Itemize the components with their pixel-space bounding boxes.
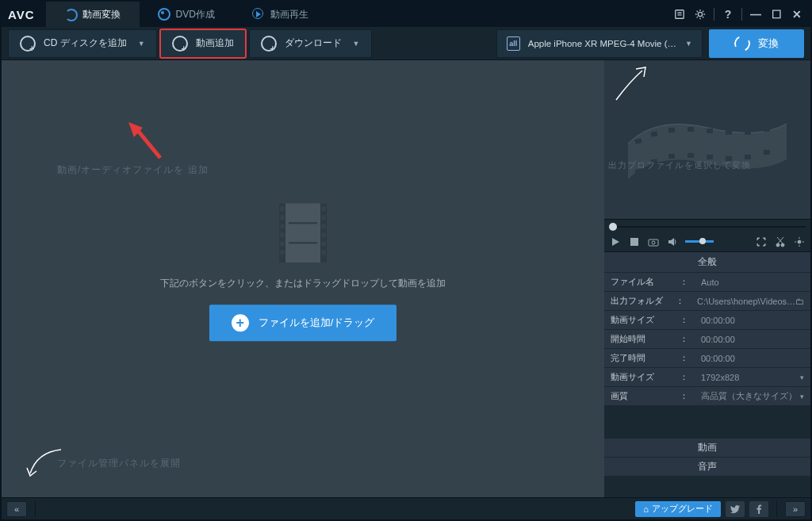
tab-label: 動画再生 <box>270 8 308 21</box>
button-label: CD ディスクを追加 <box>44 36 127 50</box>
svg-rect-9 <box>281 241 285 246</box>
prop-value[interactable]: C:\Users\honep\Videos…🗀 <box>689 297 810 306</box>
seek-slider[interactable] <box>604 219 810 232</box>
prop-value: 00:00:00 <box>693 316 810 325</box>
svg-rect-14 <box>322 232 326 237</box>
svg-rect-23 <box>707 128 713 133</box>
svg-rect-20 <box>651 131 658 136</box>
svg-rect-13 <box>322 224 326 228</box>
prop-value: 1792x828▾ <box>693 373 810 382</box>
svg-rect-18 <box>289 242 317 243</box>
collapse-left-button[interactable]: « <box>6 501 27 517</box>
hint-expand-panel: ファイル管理パネルを展開 <box>57 457 181 470</box>
volume-icon[interactable] <box>666 236 679 248</box>
svg-rect-29 <box>668 154 675 159</box>
minimize-icon[interactable]: — <box>749 7 763 21</box>
svg-rect-2 <box>284 203 322 262</box>
twitter-button[interactable] <box>726 501 745 517</box>
settings-small-icon[interactable] <box>793 236 806 248</box>
disc-plus-icon <box>20 36 36 52</box>
chevron-down-icon: ▼ <box>138 40 145 48</box>
output-profile-selector[interactable]: all Apple iPhone XR MPEG-4 Movie (*.m… ▼ <box>496 29 703 58</box>
profile-all-icon: all <box>507 36 520 51</box>
prop-label: 動画サイズ <box>604 314 680 326</box>
properties-panel: ファイル名： Auto 出力フォルダ： C:\Users\honep\Video… <box>604 273 810 406</box>
tab-label: DVD作成 <box>176 8 215 21</box>
maximize-icon[interactable]: ☐ <box>769 7 783 21</box>
svg-rect-26 <box>764 127 770 132</box>
hint-add-file: 動画/オーディオファイルを 追加 <box>57 163 209 177</box>
snapshot-button[interactable] <box>647 236 660 248</box>
section-tab-video[interactable]: 動画 <box>604 438 810 457</box>
add-video-button[interactable]: 動画追加 <box>160 29 246 58</box>
add-cd-disc-button[interactable]: CD ディスクを追加 ▼ <box>8 29 157 58</box>
main-area: 動画/オーディオファイルを 追加 下記のボタンをクリック、またはドラッグドロップ… <box>2 60 810 497</box>
chevron-down-icon: ▼ <box>685 40 692 48</box>
tab-dvd-create[interactable]: DVD作成 <box>140 2 234 27</box>
prop-quality-selector[interactable]: 画質： 高品質（大きなサイズ）▾ <box>604 387 810 406</box>
profile-label: Apple iPhone XR MPEG-4 Movie (*.m… <box>528 39 677 48</box>
svg-rect-22 <box>688 127 694 132</box>
svg-rect-25 <box>745 130 751 135</box>
download-button[interactable]: ダウンロード ▼ <box>249 29 372 58</box>
svg-rect-15 <box>322 241 326 246</box>
file-list-pane: 動画/オーディオファイルを 追加 下記のボタンをクリック、またはドラッグドロップ… <box>2 60 604 497</box>
properties-header: 全般 <box>604 252 810 273</box>
svg-point-39 <box>781 243 784 247</box>
film-strip-icon <box>279 203 327 262</box>
drop-zone: 下記のボタンをクリック、またはドラッグドロップして動画を追加 + ファイルを追加… <box>160 203 446 341</box>
section-tabs: 動画 音声 <box>604 438 810 476</box>
disc-icon <box>159 9 170 20</box>
close-icon[interactable]: ✕ <box>790 7 804 21</box>
fullscreen-icon[interactable] <box>755 236 768 248</box>
svg-rect-10 <box>281 250 285 255</box>
preview-properties-pane: 出力プロファイルを選択して変換 全般 ファイル名： Auto <box>604 60 810 497</box>
svg-point-1 <box>698 12 702 16</box>
upgrade-button[interactable]: ⌂ アップグレード <box>635 501 721 517</box>
svg-rect-5 <box>281 206 285 211</box>
plus-circle-icon: + <box>232 314 249 331</box>
prop-label: 画質 <box>604 390 680 402</box>
refresh-icon <box>65 9 76 20</box>
prop-dimension-selector[interactable]: 動画サイズ： 1792x828▾ <box>604 368 810 387</box>
folder-icon: 🗀 <box>795 297 804 306</box>
expand-right-button[interactable]: » <box>785 501 806 517</box>
add-file-drag-button[interactable]: + ファイルを追加/ドラッグ <box>209 305 397 341</box>
svg-rect-35 <box>630 238 638 246</box>
title-bar: AVC 動画変換 DVD作成 動画再生 ? — ☐ ✕ <box>2 2 810 27</box>
svg-rect-7 <box>281 224 285 228</box>
convert-button[interactable]: 変換 <box>709 29 804 58</box>
section-tab-audio[interactable]: 音声 <box>604 457 810 476</box>
svg-rect-12 <box>322 215 326 220</box>
button-label: 動画追加 <box>196 36 234 50</box>
prop-value: 00:00:00 <box>693 335 810 344</box>
prop-video-size-duration: 動画サイズ： 00:00:00 <box>604 311 810 330</box>
gear-icon[interactable] <box>693 7 707 21</box>
help-icon[interactable]: ? <box>721 7 735 21</box>
volume-slider[interactable] <box>685 240 714 243</box>
globe-plus-icon <box>261 36 277 52</box>
cut-icon[interactable] <box>774 236 787 248</box>
button-label: ダウンロード <box>285 36 342 50</box>
svg-point-40 <box>798 240 801 243</box>
tab-video-convert[interactable]: 動画変換 <box>46 2 140 27</box>
prop-value[interactable]: Auto <box>693 278 810 287</box>
film-reel-illustration <box>624 104 791 183</box>
svg-point-37 <box>652 241 655 244</box>
prop-filename: ファイル名： Auto <box>604 273 810 292</box>
tab-video-play[interactable]: 動画再生 <box>234 2 327 27</box>
stop-button[interactable] <box>628 236 641 248</box>
prop-label: ファイル名 <box>604 276 680 288</box>
svg-rect-6 <box>281 215 285 220</box>
button-label: アップグレード <box>652 503 713 515</box>
play-button[interactable] <box>609 236 622 248</box>
facebook-button[interactable] <box>749 501 768 517</box>
prop-output-folder: 出力フォルダ： C:\Users\honep\Videos…🗀 <box>604 292 810 311</box>
prop-start-time: 開始時間： 00:00:00 <box>604 330 810 349</box>
options-icon[interactable] <box>672 7 687 21</box>
prop-label: 開始時間 <box>604 333 680 345</box>
chevron-down-icon: ▾ <box>800 374 804 381</box>
play-icon <box>253 9 264 20</box>
playback-controls <box>604 232 810 252</box>
film-plus-icon <box>172 36 188 52</box>
